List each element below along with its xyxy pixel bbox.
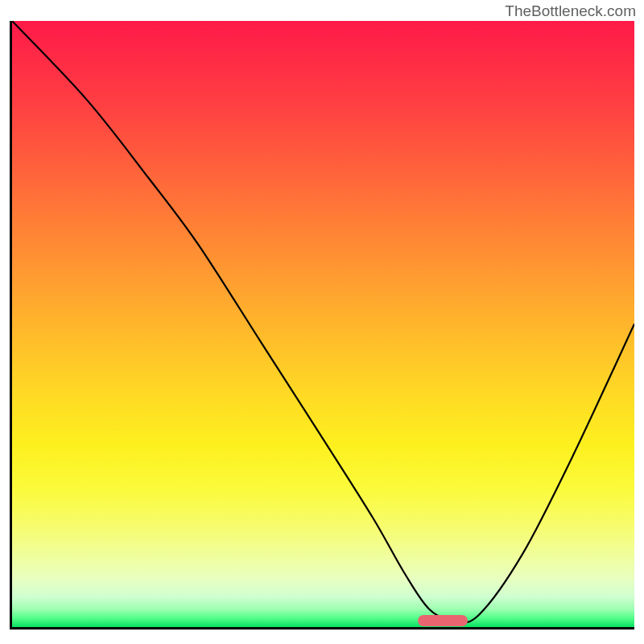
bottleneck-curve (12, 21, 634, 622)
chart-plot-area (10, 21, 634, 630)
curve-svg (12, 21, 634, 627)
watermark-text: TheBottleneck.com (505, 2, 636, 20)
optimal-marker (418, 615, 468, 626)
